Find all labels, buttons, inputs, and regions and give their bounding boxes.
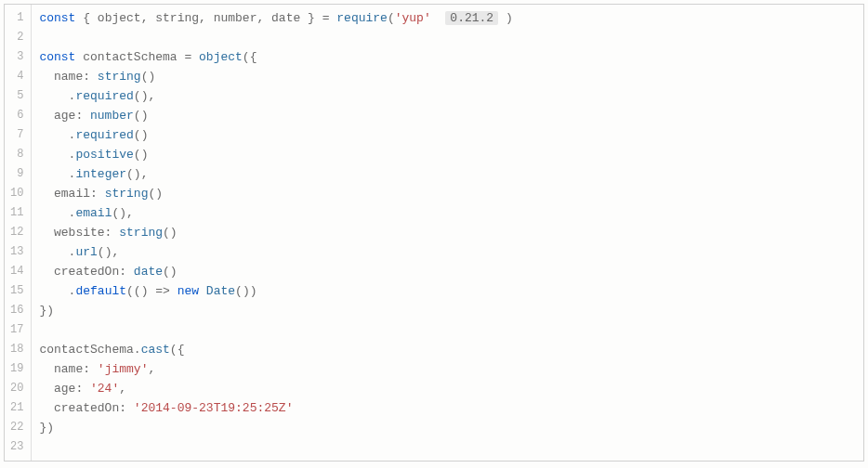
token-plain: ( bbox=[388, 11, 395, 25]
token-kw: const bbox=[39, 11, 75, 25]
code-line[interactable]: .required(), bbox=[39, 86, 863, 106]
token-plain: createdOn: bbox=[39, 265, 133, 279]
line-number: 3 bbox=[5, 47, 31, 67]
code-line[interactable]: .url(), bbox=[39, 242, 863, 262]
token-fn: date bbox=[134, 265, 163, 279]
token-plain: }) bbox=[39, 421, 54, 435]
token-kw: const bbox=[39, 50, 75, 64]
token-fn: Date bbox=[206, 284, 235, 298]
token-str: '2014-09-23T19:25:25Z' bbox=[134, 401, 294, 415]
line-number: 20 bbox=[5, 379, 31, 398]
token-plain: . bbox=[39, 284, 75, 298]
code-line[interactable]: contactSchema.cast({ bbox=[39, 340, 863, 359]
token-plain: contactSchema. bbox=[39, 343, 140, 357]
token-str: 'jimmy' bbox=[98, 362, 149, 376]
token-plain: . bbox=[39, 128, 75, 142]
line-number: 1 bbox=[5, 8, 31, 28]
line-number: 6 bbox=[5, 106, 31, 125]
code-line[interactable]: const contactSchema = object({ bbox=[39, 47, 863, 67]
token-plain: () bbox=[134, 109, 149, 123]
token-fn: required bbox=[75, 128, 133, 142]
code-line[interactable]: }) bbox=[39, 418, 863, 437]
token-plain: age: bbox=[39, 109, 90, 123]
token-fn: require bbox=[336, 11, 388, 25]
token-plain: ({ bbox=[170, 343, 185, 357]
token-plain: contactSchema = bbox=[75, 50, 199, 64]
code-line[interactable]: createdOn: '2014-09-23T19:25:25Z' bbox=[39, 398, 863, 418]
token-plain: createdOn: bbox=[39, 401, 133, 415]
token-plain: , bbox=[148, 362, 155, 376]
line-number: 13 bbox=[5, 242, 31, 262]
line-number: 18 bbox=[5, 340, 31, 359]
token-plain: website: bbox=[39, 226, 119, 240]
token-plain: ()) bbox=[235, 284, 256, 298]
token-plain: . bbox=[39, 167, 75, 181]
token-plain: , bbox=[119, 382, 126, 396]
token-plain: () bbox=[163, 265, 178, 279]
code-line[interactable]: website: string() bbox=[39, 223, 863, 242]
code-line[interactable]: email: string() bbox=[39, 184, 863, 203]
token-fn: url bbox=[75, 245, 97, 259]
token-plain: name: bbox=[39, 70, 97, 84]
line-number: 22 bbox=[5, 418, 31, 437]
token-fn: string bbox=[119, 226, 163, 240]
token-plain: name: bbox=[39, 362, 97, 376]
token-fn: integer bbox=[75, 167, 126, 181]
token-plain bbox=[431, 11, 446, 25]
token-plain: (), bbox=[112, 206, 133, 220]
line-number: 14 bbox=[5, 262, 31, 281]
code-line[interactable]: .positive() bbox=[39, 145, 863, 164]
line-gutter: 1234567891011121314151617181920212223 bbox=[5, 5, 32, 461]
token-fn: string bbox=[105, 187, 149, 201]
line-number: 4 bbox=[5, 67, 31, 86]
token-plain: . bbox=[39, 206, 75, 220]
token-badge: 0.21.2 bbox=[445, 11, 498, 25]
token-plain: }) bbox=[39, 304, 54, 318]
token-plain bbox=[199, 284, 206, 298]
token-plain: (() => bbox=[126, 284, 178, 298]
code-line[interactable] bbox=[39, 28, 863, 47]
code-line[interactable]: name: string() bbox=[39, 67, 863, 86]
code-line[interactable]: .integer(), bbox=[39, 164, 863, 184]
token-plain: (), bbox=[134, 89, 155, 103]
code-line[interactable] bbox=[39, 437, 863, 457]
line-number: 10 bbox=[5, 184, 31, 203]
token-plain: () bbox=[163, 226, 178, 240]
token-plain: () bbox=[134, 128, 149, 142]
code-line[interactable]: const { object, string, number, date } =… bbox=[39, 8, 863, 28]
token-plain: (), bbox=[98, 245, 119, 259]
code-line[interactable]: }) bbox=[39, 301, 863, 320]
code-line[interactable]: .email(), bbox=[39, 203, 863, 223]
code-area[interactable]: const { object, string, number, date } =… bbox=[32, 5, 863, 461]
token-fn: number bbox=[90, 109, 134, 123]
code-line[interactable]: createdOn: date() bbox=[39, 262, 863, 281]
token-fn: positive bbox=[75, 148, 133, 162]
token-kw: new bbox=[178, 284, 199, 298]
code-editor[interactable]: 1234567891011121314151617181920212223 co… bbox=[4, 4, 864, 462]
line-number: 15 bbox=[5, 281, 31, 301]
code-line[interactable]: name: 'jimmy', bbox=[39, 359, 863, 379]
token-plain: . bbox=[39, 89, 75, 103]
token-str: '24' bbox=[90, 382, 119, 396]
code-line[interactable]: age: '24', bbox=[39, 379, 863, 398]
line-number: 21 bbox=[5, 398, 31, 418]
token-plain: () bbox=[148, 187, 163, 201]
token-str: 'yup' bbox=[395, 11, 431, 25]
code-line[interactable]: .default(() => new Date()) bbox=[39, 281, 863, 301]
line-number: 9 bbox=[5, 164, 31, 184]
code-line[interactable] bbox=[39, 320, 863, 340]
token-plain: . bbox=[39, 148, 75, 162]
token-plain: . bbox=[39, 245, 75, 259]
token-plain: ({ bbox=[243, 50, 257, 64]
token-kw: default bbox=[75, 284, 126, 298]
token-plain: () bbox=[141, 70, 156, 84]
code-line[interactable]: age: number() bbox=[39, 106, 863, 125]
token-plain: ) bbox=[498, 11, 513, 25]
token-fn: object bbox=[199, 50, 243, 64]
token-plain: (), bbox=[126, 167, 148, 181]
line-number: 16 bbox=[5, 301, 31, 320]
line-number: 7 bbox=[5, 125, 31, 145]
line-number: 2 bbox=[5, 28, 31, 47]
code-line[interactable]: .required() bbox=[39, 125, 863, 145]
token-fn: string bbox=[98, 70, 141, 84]
